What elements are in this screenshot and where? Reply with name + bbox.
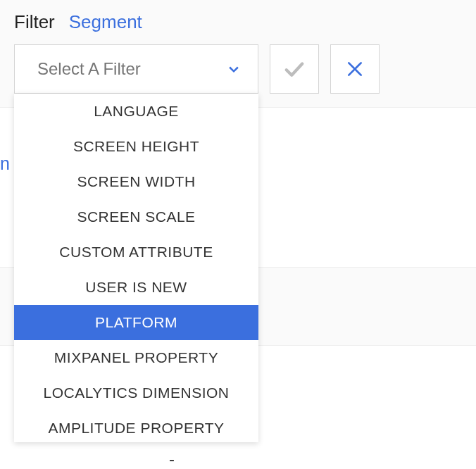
filter-option[interactable]: SCREEN HEIGHT: [14, 129, 258, 164]
confirm-button[interactable]: [270, 44, 319, 94]
filter-select-wrapper: Select A Filter LANGUAGESCREEN HEIGHTSCR…: [14, 44, 258, 94]
filter-option[interactable]: PLATFORM: [14, 305, 258, 340]
filter-option[interactable]: SCREEN WIDTH: [14, 164, 258, 199]
tab-segment[interactable]: Segment: [69, 11, 142, 33]
filter-select[interactable]: Select A Filter: [14, 44, 258, 94]
check-icon: [284, 58, 305, 80]
filter-controls-row: Select A Filter LANGUAGESCREEN HEIGHTSCR…: [0, 39, 476, 108]
filter-select-placeholder: Select A Filter: [37, 59, 141, 79]
truncated-link-text: n: [0, 154, 10, 174]
filter-option[interactable]: USER IS NEW: [14, 270, 258, 305]
filter-option[interactable]: LOCALYTICS DIMENSION: [14, 375, 258, 411]
filter-option[interactable]: LANGUAGE: [14, 94, 258, 129]
filter-option[interactable]: CUSTOM ATTRIBUTE: [14, 234, 258, 270]
filter-option[interactable]: SCREEN SCALE: [14, 199, 258, 234]
tab-bar: Filter Segment: [0, 0, 476, 39]
cancel-button[interactable]: [330, 44, 380, 94]
close-icon: [346, 60, 364, 78]
tab-filter[interactable]: Filter: [14, 11, 55, 33]
dash-text: -: [169, 449, 175, 469]
filter-dropdown-scroll[interactable]: LANGUAGESCREEN HEIGHTSCREEN WIDTHSCREEN …: [14, 94, 258, 442]
filter-dropdown-menu: LANGUAGESCREEN HEIGHTSCREEN WIDTHSCREEN …: [14, 94, 258, 442]
chevron-down-icon: [227, 62, 241, 76]
filter-option[interactable]: AMPLITUDE PROPERTY: [14, 411, 258, 442]
filter-option[interactable]: MIXPANEL PROPERTY: [14, 340, 258, 375]
